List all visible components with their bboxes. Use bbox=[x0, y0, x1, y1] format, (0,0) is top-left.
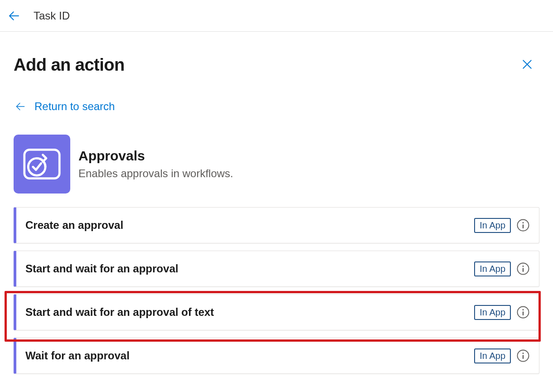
action-right: In App bbox=[474, 261, 530, 276]
page-title: Add an action bbox=[14, 55, 125, 75]
action-item-start-wait-approval-text[interactable]: Start and wait for an approval of text I… bbox=[14, 294, 539, 330]
action-label: Wait for an approval bbox=[25, 349, 474, 362]
svg-rect-4 bbox=[523, 224, 524, 228]
action-label: Start and wait for an approval bbox=[25, 262, 474, 275]
in-app-badge: In App bbox=[474, 218, 511, 233]
info-icon bbox=[516, 218, 530, 232]
in-app-badge: In App bbox=[474, 348, 511, 363]
svg-point-3 bbox=[523, 222, 524, 223]
connector-text: Approvals Enables approvals in workflows… bbox=[78, 148, 233, 180]
info-icon bbox=[516, 305, 530, 319]
svg-rect-13 bbox=[523, 355, 524, 359]
info-icon bbox=[516, 262, 530, 276]
info-button[interactable] bbox=[516, 349, 530, 363]
content: Add an action Return to search Approvals… bbox=[0, 32, 553, 374]
action-label: Start and wait for an approval of text bbox=[25, 306, 474, 319]
connector-title: Approvals bbox=[78, 148, 233, 164]
header-title: Task ID bbox=[34, 10, 70, 22]
connector-icon-approvals bbox=[14, 135, 70, 194]
action-right: In App bbox=[474, 305, 530, 320]
in-app-badge: In App bbox=[474, 305, 511, 320]
in-app-badge: In App bbox=[474, 261, 511, 276]
svg-rect-7 bbox=[523, 268, 524, 272]
action-item-start-wait-approval[interactable]: Start and wait for an approval In App bbox=[14, 251, 539, 287]
svg-rect-10 bbox=[523, 311, 524, 315]
close-button[interactable] bbox=[520, 58, 534, 73]
svg-point-12 bbox=[523, 353, 524, 354]
action-item-wait-approval[interactable]: Wait for an approval In App bbox=[14, 338, 539, 374]
svg-point-6 bbox=[523, 266, 524, 267]
action-label: Create an approval bbox=[25, 219, 474, 232]
arrow-left-icon bbox=[7, 9, 21, 23]
connector-description: Enables approvals in workflows. bbox=[78, 167, 233, 180]
action-right: In App bbox=[474, 218, 530, 233]
actions-list: Create an approval In App Start and wait… bbox=[14, 207, 539, 374]
back-arrow-button[interactable] bbox=[7, 9, 21, 23]
svg-point-9 bbox=[523, 309, 524, 310]
action-right: In App bbox=[474, 348, 530, 363]
arrow-left-icon bbox=[15, 101, 26, 112]
header-bar: Task ID bbox=[0, 0, 553, 32]
info-button[interactable] bbox=[516, 218, 530, 232]
page-header: Add an action bbox=[14, 55, 539, 75]
info-icon bbox=[516, 349, 530, 363]
action-item-create-approval[interactable]: Create an approval In App bbox=[14, 207, 539, 243]
return-link-label: Return to search bbox=[34, 100, 115, 113]
info-button[interactable] bbox=[516, 305, 530, 319]
return-to-search-link[interactable]: Return to search bbox=[15, 100, 115, 113]
close-icon bbox=[520, 58, 534, 71]
info-button[interactable] bbox=[516, 262, 530, 276]
connector-section: Approvals Enables approvals in workflows… bbox=[14, 135, 539, 194]
approvals-icon bbox=[23, 148, 61, 180]
